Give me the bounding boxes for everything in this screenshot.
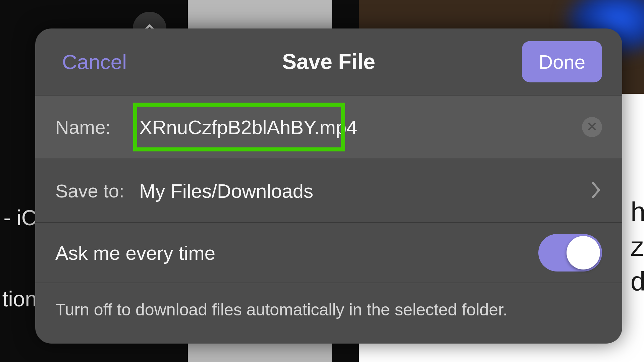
filename-input[interactable]: XRnuCzfpB2blAhBY.mp4 <box>139 116 602 138</box>
name-label: Name: <box>55 116 139 138</box>
cancel-button[interactable]: Cancel <box>62 50 127 74</box>
name-row: Name: XRnuCzfpB2blAhBY.mp4 <box>35 96 622 159</box>
ask-every-time-label: Ask me every time <box>55 242 538 264</box>
sheet-title: Save File <box>282 49 375 74</box>
close-icon <box>587 121 597 133</box>
background-right-text: hi zr dl <box>631 194 644 299</box>
save-file-sheet: Cancel Save File Done Name: XRnuCzfpB2bl… <box>35 28 622 344</box>
save-to-value: My Files/Downloads <box>139 180 602 202</box>
footer-note: Turn off to download files automatically… <box>35 283 622 319</box>
clear-name-button[interactable] <box>582 117 602 137</box>
done-button[interactable]: Done <box>522 41 602 82</box>
ask-every-time-toggle[interactable] <box>538 234 602 272</box>
toggle-knob <box>567 236 600 269</box>
sheet-header: Cancel Save File Done <box>35 28 622 96</box>
ask-every-time-row: Ask me every time <box>35 223 622 283</box>
save-to-row[interactable]: Save to: My Files/Downloads <box>35 159 622 223</box>
chevron-right-icon <box>590 181 602 200</box>
save-to-label: Save to: <box>55 180 139 202</box>
background-left-text: - iC tion <box>0 198 37 319</box>
